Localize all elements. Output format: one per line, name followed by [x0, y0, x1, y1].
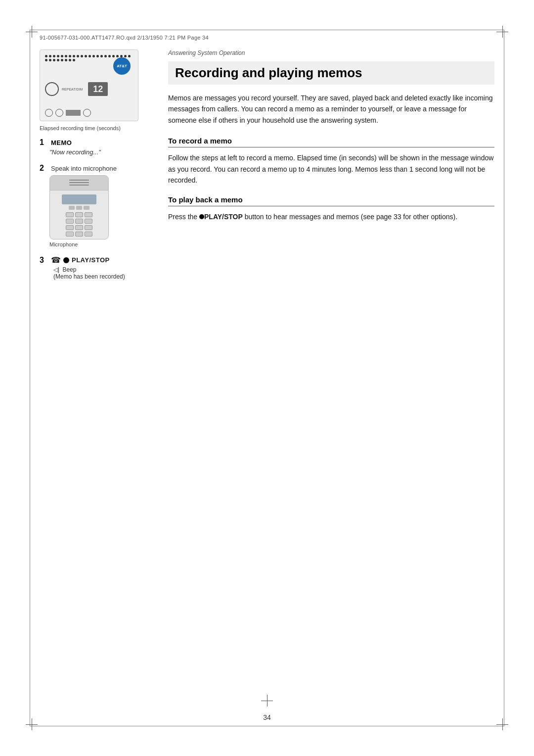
registration-mark-tr	[496, 26, 508, 38]
section-record-body: Follow the steps at left to record a mem…	[168, 152, 494, 186]
play-stop-inline	[199, 214, 204, 219]
att-logo: AT&T	[113, 57, 131, 75]
device-button-1	[45, 109, 53, 117]
page-border-bottom	[30, 726, 504, 726]
device-display: 12	[88, 82, 108, 96]
category-label: Answering System Operation	[168, 49, 494, 56]
inline-record-dot	[199, 214, 204, 219]
section-playback-body: Press the PLAY/STOP button to hear messa…	[168, 211, 494, 222]
display-number: 12	[88, 82, 108, 96]
registration-mark-bl	[26, 718, 38, 730]
step-3-number: 3	[40, 256, 48, 265]
step-1-label: MEMO	[51, 139, 72, 146]
phone-speaker	[69, 180, 89, 186]
playback-text-after: button to hear messages and memos (see p…	[243, 213, 457, 221]
step-1-number: 1	[40, 138, 48, 147]
step-3-label: PLAY/STOP	[72, 256, 110, 264]
beep-label: ◁| Beep (Memo has been recorded)	[53, 266, 153, 280]
step-1-sub: "Now recording..."	[49, 148, 153, 156]
phone-screen	[62, 194, 96, 204]
device-image-top: AT&T REPEAT/DIM 12	[40, 49, 138, 121]
phone-keypad	[66, 212, 92, 236]
step-2-desc: Speak into microphone	[51, 165, 117, 172]
page-border-top	[30, 30, 504, 30]
section-record-title: To record a memo	[168, 137, 494, 147]
playstop-bold: PLAY/STOP	[204, 213, 243, 221]
section-playback-title: To play back a memo	[168, 195, 494, 206]
elapsed-label: Elapsed recording time (seconds)	[40, 125, 153, 131]
page-number: 34	[263, 713, 271, 721]
device-button-2	[55, 109, 63, 117]
step-2-number: 2	[40, 164, 48, 173]
device-slider	[66, 110, 81, 116]
registration-mark-tl	[26, 26, 38, 38]
step-3: 3 ☎ PLAY/STOP ◁| Beep (Memo has been rec…	[40, 255, 153, 280]
content-area: AT&T REPEAT/DIM 12 Elapsed recording tim…	[40, 49, 494, 716]
left-column: AT&T REPEAT/DIM 12 Elapsed recording tim…	[40, 49, 153, 716]
step-2: 2 Speak into microphone	[40, 164, 153, 247]
speaker-icon: ◁|	[53, 266, 59, 273]
page-border-right	[504, 30, 504, 726]
step-3-row: 3 ☎ PLAY/STOP	[40, 255, 153, 265]
intro-text: Memos are messages you record yourself. …	[168, 93, 494, 126]
phone-handset-icon: ☎	[51, 255, 61, 265]
phone-top	[50, 176, 108, 190]
record-dot-icon	[63, 257, 69, 263]
playback-text-before: Press the	[168, 213, 199, 221]
device-dial	[45, 82, 59, 96]
page-border-left	[30, 30, 30, 726]
phone-body	[50, 190, 108, 239]
repeat-label: REPEAT/DIM	[62, 88, 83, 91]
registration-mark-br	[496, 718, 508, 730]
step-1: 1 MEMO "Now recording..."	[40, 138, 153, 156]
microphone-label: Microphone	[49, 241, 153, 247]
device-controls-row	[45, 109, 133, 117]
beep-text: Beep	[62, 266, 76, 273]
beep-sub: (Memo has been recorded)	[53, 273, 125, 280]
right-column: Answering System Operation Recording and…	[168, 49, 494, 716]
page-title: Recording and playing memos	[168, 61, 494, 85]
device-button-3	[83, 109, 91, 117]
file-info: 91-005677-031-000.ATT1477.RO.qxd 2/13/19…	[40, 35, 209, 41]
device-image-phone	[49, 175, 109, 239]
